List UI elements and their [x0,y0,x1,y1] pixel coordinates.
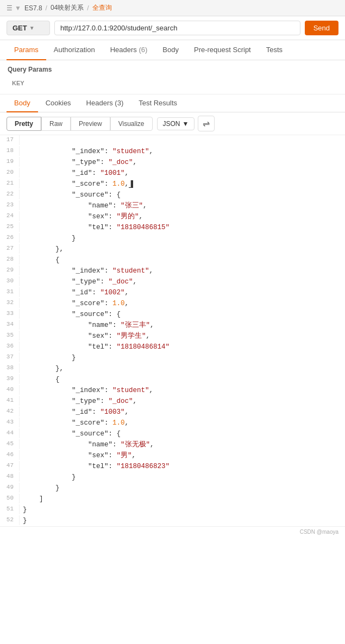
line-number: 43 [0,418,20,427]
line-content: "tel": "18180486823" [23,461,345,472]
code-line: 51} [0,504,345,515]
line-content: "sex": "男", [23,450,345,461]
top-tabs: Params Authorization Headers (6) Body Pr… [0,40,345,60]
tab-params[interactable]: Params [7,40,46,60]
tab-tests[interactable]: Tests [259,40,290,60]
line-content: }, [23,363,345,374]
tab-authorization[interactable]: Authorization [46,40,103,60]
code-line: 44 "_source": { [0,428,345,439]
resp-tab-headers[interactable]: Headers (3) [79,94,131,112]
line-number: 34 [0,320,20,330]
line-number: 21 [0,179,20,188]
code-line: 50 ] [0,494,345,504]
query-key-header: KEY [8,78,337,89]
code-line: 20 "_id": "1001", [0,168,345,179]
line-number: 22 [0,190,20,199]
code-line: 25 "tel": "18180486815" [0,222,345,233]
format-label: JSON [163,120,180,128]
code-line: 30 "_type": "_doc", [0,276,345,287]
line-number: 33 [0,309,20,319]
line-number: 23 [0,200,20,210]
line-content: } [23,233,345,244]
line-number: 20 [0,168,20,178]
code-line: 42 "_id": "1003", [0,407,345,418]
code-line: 28 { [0,255,345,266]
line-number: 50 [0,494,20,503]
line-number: 26 [0,233,20,243]
code-line: 29 "_index": "student", [0,266,345,276]
resp-tab-cookies[interactable]: Cookies [38,94,79,112]
line-content: "tel": "18180486814" [23,342,345,352]
line-content: "name": "张三丰", [23,320,345,331]
code-line: 26 } [0,233,345,244]
line-number: 32 [0,298,20,308]
code-line: 36 "tel": "18180486814" [0,342,345,352]
url-input[interactable] [54,21,300,35]
line-number: 44 [0,428,20,438]
line-number: 52 [0,515,20,525]
code-line: 33 "_source": { [0,309,345,320]
tab-prerequest[interactable]: Pre-request Script [186,40,259,60]
line-number: 36 [0,342,20,351]
resp-tab-body[interactable]: Body [7,94,38,112]
code-line: 48 } [0,472,345,483]
footer: CSDN @maoya [0,526,345,537]
breadcrumb-part3: 全查询 [92,3,112,12]
line-number: 28 [0,255,20,264]
code-line: 41 "_type": "_doc", [0,396,345,407]
line-number: 47 [0,461,20,471]
tab-headers[interactable]: Headers (6) [103,40,155,60]
breadcrumb-arrow: ▼ [15,4,21,12]
line-number: 30 [0,276,20,286]
line-content: } [23,504,345,515]
code-line: 45 "name": "张无极", [0,439,345,450]
code-area: 1718 "_index": "student",19 "_type": "_d… [0,135,345,526]
send-button[interactable]: Send [305,21,338,35]
code-line: 35 "sex": "男学生", [0,331,345,342]
line-content: "_index": "student", [23,266,345,276]
method-chevron-icon: ▼ [29,25,35,31]
code-line: 52} [0,515,345,526]
line-content: "name": "张三", [23,200,345,211]
line-content: "_type": "_doc", [23,276,345,287]
line-content: "_source": { [23,309,345,320]
breadcrumb-part1[interactable]: ES7.8 [24,4,42,12]
line-number: 51 [0,504,20,514]
method-select[interactable]: GET ▼ [7,21,50,35]
line-number: 41 [0,396,20,406]
code-line: 22 "_source": { [0,190,345,200]
line-number: 31 [0,287,20,297]
view-btn-raw[interactable]: Raw [41,117,71,131]
line-content: { [23,255,345,266]
line-content: "sex": "男的", [23,211,345,222]
line-number: 25 [0,222,20,232]
code-line: 39 { [0,374,345,385]
line-number: 18 [0,146,20,156]
query-params-section: Query Params KEY [0,60,345,94]
code-line: 19 "_type": "_doc", [0,157,345,168]
line-number: 37 [0,352,20,362]
line-content: }, [23,244,345,255]
line-content: "_id": "1003", [23,407,345,418]
format-select[interactable]: JSON ▼ [157,117,195,130]
wrap-button[interactable]: ⇌ [198,116,215,131]
breadcrumb: ☰ ▼ ES7.8 / 04映射关系 / 全查询 [0,0,345,16]
line-content: "_id": "1002", [23,287,345,298]
line-number: 49 [0,483,20,493]
query-params-title: Query Params [8,66,337,73]
line-content: "_type": "_doc", [23,157,345,168]
line-content: } [23,472,345,483]
code-line: 47 "tel": "18180486823" [0,461,345,472]
line-number: 42 [0,407,20,416]
line-content: "_index": "student", [23,385,345,396]
code-line: 18 "_index": "student", [0,146,345,157]
code-line: 23 "name": "张三", [0,200,345,211]
view-btn-preview[interactable]: Preview [71,117,110,131]
breadcrumb-part2[interactable]: 04映射关系 [51,3,84,12]
view-btn-visualize[interactable]: Visualize [110,117,153,131]
view-btn-pretty[interactable]: Pretty [7,117,41,131]
line-number: 17 [0,135,20,145]
line-content: "name": "张无极", [23,439,345,450]
resp-tab-testresults[interactable]: Test Results [131,94,185,112]
tab-body[interactable]: Body [155,40,186,60]
